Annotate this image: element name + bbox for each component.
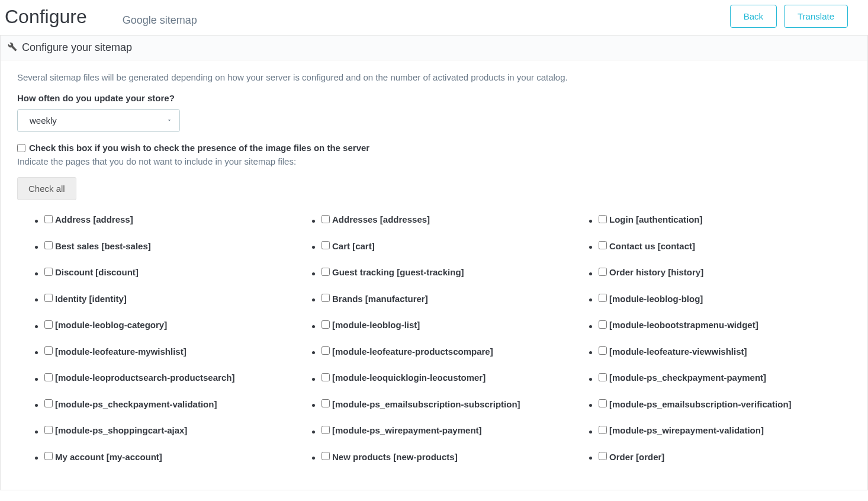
page-item-checkbox[interactable] bbox=[599, 346, 607, 355]
page-item-text: [module-leofeature-viewwishlist] bbox=[609, 346, 747, 357]
check-all-button[interactable]: Check all bbox=[17, 177, 76, 200]
page-item-text: [module-leobootstrapmenu-widget] bbox=[609, 320, 758, 330]
page-item-text: [module-ps_shoppingcart-ajax] bbox=[55, 425, 187, 435]
page-item-text: Best sales [best-sales] bbox=[55, 241, 151, 251]
page-item-checkbox[interactable] bbox=[44, 268, 53, 276]
page-item-checkbox[interactable] bbox=[599, 373, 607, 381]
translate-button[interactable]: Translate bbox=[784, 5, 848, 28]
list-item: [module-ps_emailsubscription-verificatio… bbox=[599, 399, 851, 410]
page-item-label[interactable]: [module-leofeature-productscompare] bbox=[322, 346, 493, 357]
page-item-checkbox[interactable] bbox=[322, 268, 330, 276]
page-item-label[interactable]: Identity [identity] bbox=[44, 294, 127, 304]
page-item-text: [module-leoproductsearch-productsearch] bbox=[55, 372, 234, 383]
page-item-checkbox[interactable] bbox=[599, 268, 607, 276]
page-item-checkbox[interactable] bbox=[44, 215, 53, 223]
page-item-label[interactable]: Cart [cart] bbox=[322, 241, 375, 251]
page-item-text: [module-leoquicklogin-leocustomer] bbox=[332, 372, 486, 383]
list-item: Best sales [best-sales] bbox=[44, 241, 297, 252]
page-item-label[interactable]: Best sales [best-sales] bbox=[44, 241, 151, 251]
page-item-label[interactable]: Order [order] bbox=[599, 452, 664, 462]
page-item-label[interactable]: Guest tracking [guest-tracking] bbox=[322, 267, 464, 277]
page-item-label[interactable]: [module-ps_emailsubscription-subscriptio… bbox=[322, 399, 520, 409]
page-item-text: Contact us [contact] bbox=[609, 241, 695, 251]
page-item-text: [module-leofeature-productscompare] bbox=[332, 346, 493, 357]
page-item-label[interactable]: [module-ps_checkpayment-payment] bbox=[599, 372, 766, 383]
page-item-label[interactable]: [module-ps_shoppingcart-ajax] bbox=[44, 425, 187, 435]
page-header: Configure Google sitemap Back Translate bbox=[0, 0, 868, 36]
list-item: [module-leofeature-mywishlist] bbox=[44, 346, 297, 358]
page-item-label[interactable]: New products [new-products] bbox=[322, 452, 458, 462]
page-item-label[interactable]: [module-leobootstrapmenu-widget] bbox=[599, 320, 758, 330]
page-item-label[interactable]: My account [my-account] bbox=[44, 452, 162, 462]
page-item-label[interactable]: Discount [discount] bbox=[44, 267, 139, 277]
page-item-checkbox[interactable] bbox=[44, 241, 53, 249]
page-item-label[interactable]: [module-leoproductsearch-productsearch] bbox=[44, 372, 234, 383]
page-item-label[interactable]: Addresses [addresses] bbox=[322, 214, 430, 224]
list-item: Order history [history] bbox=[599, 267, 851, 278]
list-item: Guest tracking [guest-tracking] bbox=[322, 267, 574, 278]
page-title: Configure bbox=[5, 6, 87, 28]
page-item-label[interactable]: [module-leoquicklogin-leocustomer] bbox=[322, 372, 486, 383]
page-item-checkbox[interactable] bbox=[44, 346, 53, 355]
page-item-label[interactable]: Contact us [contact] bbox=[599, 241, 695, 251]
frequency-label: How often do you update your store? bbox=[17, 93, 851, 103]
page-item-checkbox[interactable] bbox=[44, 320, 53, 329]
page-subtitle: Google sitemap bbox=[123, 14, 197, 27]
page-item-label[interactable]: Order history [history] bbox=[599, 267, 703, 277]
page-item-checkbox[interactable] bbox=[322, 373, 330, 381]
page-item-checkbox[interactable] bbox=[322, 399, 330, 407]
page-item-checkbox[interactable] bbox=[44, 294, 53, 302]
page-item-label[interactable]: [module-ps_wirepayment-payment] bbox=[322, 425, 482, 435]
page-item-text: [module-ps_emailsubscription-verificatio… bbox=[609, 399, 792, 409]
page-item-checkbox[interactable] bbox=[322, 294, 330, 302]
page-item-text: Address [address] bbox=[55, 214, 133, 224]
page-item-checkbox[interactable] bbox=[599, 399, 607, 407]
page-item-checkbox[interactable] bbox=[599, 426, 607, 434]
page-item-checkbox[interactable] bbox=[322, 426, 330, 434]
page-item-text: Login [authentication] bbox=[609, 214, 702, 224]
back-button[interactable]: Back bbox=[730, 5, 777, 28]
page-item-checkbox[interactable] bbox=[599, 320, 607, 329]
pages-grid: Address [address]Best sales [best-sales]… bbox=[34, 214, 851, 478]
page-item-checkbox[interactable] bbox=[322, 346, 330, 355]
list-item: [module-leobootstrapmenu-widget] bbox=[599, 320, 851, 331]
page-item-label[interactable]: Login [authentication] bbox=[599, 214, 702, 224]
page-item-label[interactable]: [module-ps_wirepayment-validation] bbox=[599, 425, 764, 435]
page-item-text: Addresses [addresses] bbox=[332, 214, 430, 224]
list-item: Address [address] bbox=[44, 214, 297, 226]
page-item-text: Order history [history] bbox=[609, 267, 703, 277]
page-item-checkbox[interactable] bbox=[44, 452, 53, 460]
page-item-checkbox[interactable] bbox=[599, 241, 607, 249]
frequency-select[interactable]: weekly bbox=[17, 109, 180, 132]
page-item-checkbox[interactable] bbox=[322, 452, 330, 460]
page-item-checkbox[interactable] bbox=[44, 373, 53, 381]
page-item-text: [module-ps_checkpayment-validation] bbox=[55, 399, 217, 409]
page-item-checkbox[interactable] bbox=[599, 294, 607, 302]
page-item-checkbox[interactable] bbox=[322, 320, 330, 329]
page-item-checkbox[interactable] bbox=[44, 426, 53, 434]
list-item: Identity [identity] bbox=[44, 294, 297, 305]
page-item-checkbox[interactable] bbox=[322, 215, 330, 223]
page-item-label[interactable]: Address [address] bbox=[44, 214, 133, 224]
check-images-checkbox[interactable] bbox=[17, 144, 25, 152]
page-item-label[interactable]: [module-leoblog-blog] bbox=[599, 294, 703, 304]
exclude-hint: Indicate the pages that you do not want … bbox=[17, 156, 851, 166]
list-item: [module-leofeature-productscompare] bbox=[322, 346, 574, 358]
list-item: [module-leoquicklogin-leocustomer] bbox=[322, 372, 574, 384]
page-item-label[interactable]: Brands [manufacturer] bbox=[322, 294, 428, 304]
page-item-checkbox[interactable] bbox=[44, 399, 53, 407]
check-images-label: Check this box if you wish to check the … bbox=[29, 143, 369, 153]
page-item-checkbox[interactable] bbox=[322, 241, 330, 249]
page-item-checkbox[interactable] bbox=[599, 215, 607, 223]
page-item-label[interactable]: [module-leoblog-category] bbox=[44, 320, 167, 330]
page-item-label[interactable]: [module-ps_emailsubscription-verificatio… bbox=[599, 399, 792, 409]
page-item-label[interactable]: [module-leofeature-viewwishlist] bbox=[599, 346, 747, 357]
list-item: [module-leofeature-viewwishlist] bbox=[599, 346, 851, 358]
page-item-checkbox[interactable] bbox=[599, 452, 607, 460]
page-item-text: My account [my-account] bbox=[55, 452, 162, 462]
page-item-text: [module-ps_checkpayment-payment] bbox=[609, 372, 766, 383]
list-item: [module-ps_emailsubscription-subscriptio… bbox=[322, 399, 574, 410]
page-item-label[interactable]: [module-leofeature-mywishlist] bbox=[44, 346, 187, 357]
page-item-label[interactable]: [module-ps_checkpayment-validation] bbox=[44, 399, 217, 409]
page-item-label[interactable]: [module-leoblog-list] bbox=[322, 320, 420, 330]
